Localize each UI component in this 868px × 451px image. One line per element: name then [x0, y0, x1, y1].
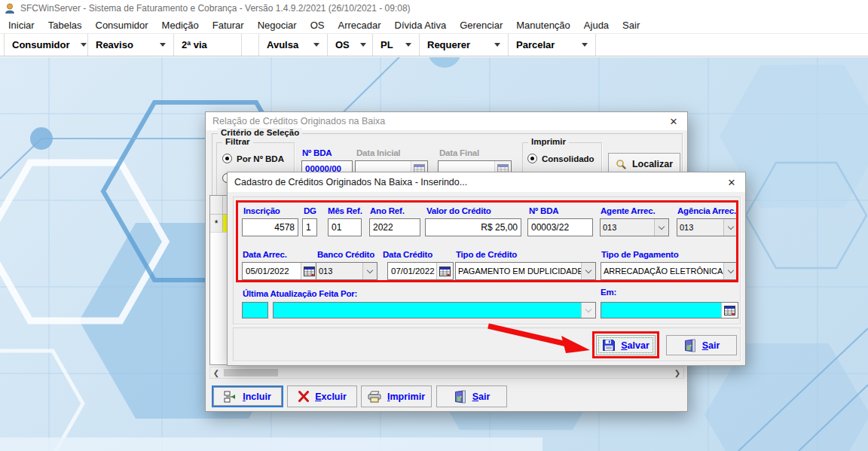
window-titlebar: SFCWinServer - Sistema de Faturamento e …: [0, 0, 868, 17]
toolbar-os[interactable]: OS: [328, 34, 373, 56]
toolbar-requerer[interactable]: Requerer: [420, 34, 509, 56]
edit-dialog-titlebar: Cadastro de Créditos Originados Na Baixa…: [228, 172, 745, 192]
radio-icon: [222, 154, 232, 163]
menu-tabelas[interactable]: Tabelas: [41, 20, 89, 31]
close-icon[interactable]: ✕: [662, 112, 686, 130]
chevron-down-icon[interactable]: [581, 303, 595, 318]
bda-filter-label: Nº BDA: [302, 148, 332, 157]
menu-arrecadar[interactable]: Arrecadar: [331, 20, 387, 31]
toolbar-avulsa[interactable]: Avulsa: [258, 34, 328, 56]
chevron-down-icon[interactable]: [362, 263, 377, 279]
app-icon: [4, 2, 16, 14]
printer-icon: [368, 391, 382, 403]
toolbar-segunda-via[interactable]: 2ª via: [174, 34, 242, 56]
banco-credito-label: Banco Crédito: [317, 250, 374, 259]
ultima-atualizacao-select[interactable]: [273, 302, 596, 318]
toolbar-reaviso[interactable]: Reaviso: [88, 34, 174, 56]
ano-ref-input[interactable]: 2022: [369, 218, 420, 236]
incluir-button[interactable]: Incluir: [212, 385, 283, 407]
salvar-button[interactable]: Salvar: [596, 335, 656, 355]
grid-marker-header: [210, 196, 223, 214]
menu-medicao[interactable]: Medição: [155, 20, 206, 31]
data-final-label: Data Final: [439, 148, 479, 157]
agente-arrec-select[interactable]: 013: [600, 218, 669, 236]
data-credito-label: Data Crédito: [383, 250, 432, 259]
calendar-icon[interactable]: [301, 263, 317, 279]
valor-credito-input[interactable]: R$ 25,00: [425, 218, 521, 236]
edit-sair-button[interactable]: Sair: [666, 335, 737, 355]
chevron-down-icon[interactable]: [654, 219, 668, 236]
menu-faturar[interactable]: Faturar: [206, 20, 251, 31]
dg-input[interactable]: 1: [302, 218, 317, 236]
menu-sair[interactable]: Sair: [616, 20, 646, 31]
data-arrec-input[interactable]: 05/01/2022: [242, 262, 318, 280]
imprimir-button[interactable]: Imprimir: [361, 385, 432, 407]
scrollbar-thumb[interactable]: [224, 369, 278, 376]
dropdown-arrow-icon: [494, 43, 500, 47]
mes-ref-label: Mês Ref.: [328, 206, 362, 215]
application-window: SFCWinServer - Sistema de Faturamento e …: [0, 0, 868, 451]
dropdown-arrow-icon: [360, 43, 366, 47]
menu-negociar[interactable]: Negociar: [251, 20, 304, 31]
dropdown-arrow-icon: [582, 43, 588, 47]
calendar-icon[interactable]: [721, 303, 738, 318]
window-title: SFCWinServer - Sistema de Faturamento e …: [20, 3, 411, 14]
menu-os[interactable]: OS: [304, 20, 332, 31]
chevron-down-icon[interactable]: [581, 263, 595, 279]
dropdown-arrow-icon: [81, 43, 87, 47]
filtrar-group-label: Filtrar: [222, 137, 253, 146]
chevron-down-icon[interactable]: [723, 219, 738, 236]
excluir-button[interactable]: Excluir: [287, 385, 357, 407]
data-inicial-label: Data Inicial: [356, 148, 400, 157]
banco-credito-select[interactable]: 013: [316, 262, 377, 280]
insert-record-icon: [224, 391, 237, 403]
menu-consumidor[interactable]: Consumidor: [89, 20, 155, 31]
dropdown-arrow-icon: [313, 43, 319, 47]
exit-door-icon: [454, 390, 467, 404]
criteria-group-label: Critério de Seleção: [218, 128, 302, 137]
dropdown-arrow-icon: [160, 43, 166, 47]
tipo-pagamento-select[interactable]: ARRECADAÇÃO ELETRÔNICA C: [601, 262, 738, 280]
agencia-arrec-label: Agência Arrec.: [677, 206, 736, 215]
close-icon[interactable]: ✕: [720, 172, 744, 192]
toolbar-pl[interactable]: PL: [373, 34, 420, 56]
data-credito-input[interactable]: 07/01/2022: [387, 262, 454, 280]
toolbar: Consumidor Reaviso 2ª via Avulsa OS PL R…: [0, 33, 868, 56]
toolbar-parcelar[interactable]: Parcelar: [509, 34, 596, 56]
buttons-panel: [233, 328, 741, 361]
dg-label: DG: [304, 206, 316, 215]
save-floppy-icon: [602, 339, 616, 352]
num-bda-input[interactable]: 00003/22: [527, 218, 593, 236]
radio-icon: [527, 154, 537, 163]
scroll-left-icon[interactable]: ❮: [210, 367, 222, 378]
menu-ajuda[interactable]: Ajuda: [577, 20, 616, 31]
list-sair-button[interactable]: Sair: [436, 385, 507, 407]
inscricao-input[interactable]: 4578: [242, 218, 298, 236]
grid-hscrollbar[interactable]: ❮ ❯: [209, 367, 684, 379]
em-input[interactable]: [601, 302, 738, 318]
mes-ref-input[interactable]: 01: [328, 218, 362, 236]
chevron-down-icon[interactable]: [723, 263, 738, 279]
menu-divida-ativa[interactable]: Dívida Ativa: [388, 20, 454, 31]
imprimir-group-label: Imprimir: [528, 137, 569, 146]
ano-ref-label: Ano Ref.: [370, 206, 405, 215]
agencia-arrec-select[interactable]: 013: [677, 218, 738, 236]
radio-consolidado[interactable]: Consolidado: [527, 154, 594, 163]
list-dialog-title: Relação de Créditos Originados na Baixa: [212, 116, 385, 126]
menu-iniciar[interactable]: Iniciar: [2, 20, 41, 31]
num-bda-label: Nº BDA: [529, 206, 558, 215]
edit-dialog-title: Cadastro de Créditos Originados Na Baixa…: [234, 177, 467, 187]
scroll-right-icon[interactable]: ❯: [671, 367, 683, 378]
ultima-atualizacao-label: Última Atualização Feita Por:: [243, 289, 357, 298]
menu-gerenciar[interactable]: Gerenciar: [453, 20, 509, 31]
radio-por-num-bda[interactable]: Por Nº BDA: [222, 154, 284, 163]
ultima-user-input[interactable]: [242, 302, 268, 318]
tipo-credito-select[interactable]: PAGAMENTO EM DUPLICIDADE: [455, 262, 596, 280]
calendar-icon[interactable]: [436, 263, 453, 279]
toolbar-consumidor[interactable]: Consumidor: [4, 34, 88, 56]
menu-bar: Iniciar Tabelas Consumidor Medição Fatur…: [0, 17, 868, 33]
delete-x-icon: [298, 391, 310, 402]
grid-row-marker: *: [210, 215, 223, 232]
valor-credito-label: Valor do Crédito: [426, 206, 491, 215]
menu-manutencao[interactable]: Manutenção: [509, 20, 577, 31]
